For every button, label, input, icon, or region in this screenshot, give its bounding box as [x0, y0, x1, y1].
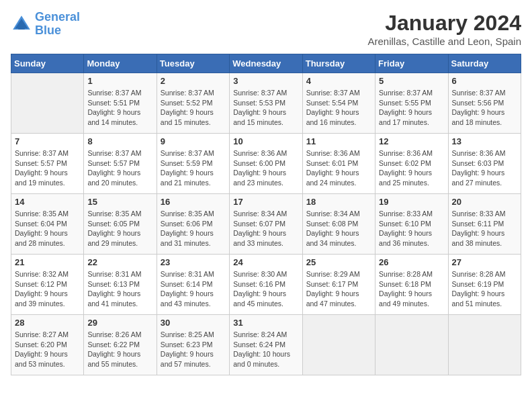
day-info: Sunrise: 8:26 AM Sunset: 6:22 PM Dayligh… — [87, 330, 152, 369]
day-info: Sunrise: 8:34 AM Sunset: 6:07 PM Dayligh… — [233, 209, 298, 248]
day-number: 20 — [452, 197, 517, 207]
day-number: 4 — [306, 76, 371, 86]
day-info: Sunrise: 8:34 AM Sunset: 6:08 PM Dayligh… — [306, 209, 371, 248]
day-info: Sunrise: 8:33 AM Sunset: 6:10 PM Dayligh… — [379, 209, 444, 248]
day-number: 1 — [87, 76, 152, 86]
header-day-sunday: Sunday — [11, 54, 84, 73]
logo-line2: Blue — [35, 24, 61, 37]
day-info: Sunrise: 8:37 AM Sunset: 5:57 PM Dayligh… — [87, 148, 152, 188]
day-info: Sunrise: 8:37 AM Sunset: 5:59 PM Dayligh… — [161, 148, 226, 188]
day-info: Sunrise: 8:24 AM Sunset: 6:24 PM Dayligh… — [233, 330, 298, 369]
day-number: 7 — [15, 136, 80, 146]
header-day-saturday: Saturday — [448, 54, 521, 73]
calendar-cell: 19Sunrise: 8:33 AM Sunset: 6:10 PM Dayli… — [375, 194, 448, 255]
calendar-cell: 27Sunrise: 8:28 AM Sunset: 6:19 PM Dayli… — [448, 255, 521, 315]
day-number: 15 — [87, 197, 152, 207]
calendar-cell: 16Sunrise: 8:35 AM Sunset: 6:06 PM Dayli… — [157, 194, 229, 255]
calendar-table: SundayMondayTuesdayWednesdayThursdayFrid… — [11, 54, 521, 375]
day-number: 18 — [306, 197, 371, 207]
day-number: 24 — [233, 257, 298, 267]
calendar-cell — [448, 315, 521, 375]
calendar-cell: 9Sunrise: 8:37 AM Sunset: 5:59 PM Daylig… — [157, 134, 229, 194]
day-number: 17 — [233, 197, 298, 207]
header: General Blue January 2024 Arenillas, Cas… — [11, 11, 521, 47]
calendar-cell: 18Sunrise: 8:34 AM Sunset: 6:08 PM Dayli… — [302, 194, 375, 255]
header-day-wednesday: Wednesday — [230, 54, 302, 73]
day-info: Sunrise: 8:28 AM Sunset: 6:18 PM Dayligh… — [379, 269, 444, 309]
title-block: January 2024 Arenillas, Castille and Leo… — [368, 11, 521, 47]
day-number: 30 — [161, 318, 226, 328]
day-number: 9 — [161, 136, 226, 146]
day-info: Sunrise: 8:28 AM Sunset: 6:19 PM Dayligh… — [452, 269, 517, 309]
header-day-tuesday: Tuesday — [157, 54, 229, 73]
calendar-body: 1Sunrise: 8:37 AM Sunset: 5:51 PM Daylig… — [11, 73, 521, 375]
day-info: Sunrise: 8:29 AM Sunset: 6:17 PM Dayligh… — [306, 269, 371, 309]
calendar-cell: 13Sunrise: 8:36 AM Sunset: 6:03 PM Dayli… — [448, 134, 521, 194]
logo: General Blue — [11, 11, 80, 38]
svg-rect-2 — [18, 26, 25, 30]
logo-icon — [11, 13, 32, 35]
calendar-cell: 20Sunrise: 8:33 AM Sunset: 6:11 PM Dayli… — [448, 194, 521, 255]
day-number: 14 — [15, 197, 80, 207]
logo-text: General Blue — [35, 11, 80, 38]
calendar-subtitle: Arenillas, Castille and Leon, Spain — [368, 36, 521, 47]
day-number: 12 — [379, 136, 444, 146]
day-number: 23 — [161, 257, 226, 267]
calendar-cell: 6Sunrise: 8:37 AM Sunset: 5:56 PM Daylig… — [448, 73, 521, 134]
day-number: 25 — [306, 257, 371, 267]
day-info: Sunrise: 8:37 AM Sunset: 5:56 PM Dayligh… — [452, 88, 517, 128]
calendar-header-row: SundayMondayTuesdayWednesdayThursdayFrid… — [11, 54, 521, 73]
day-number: 27 — [452, 257, 517, 267]
calendar-cell: 25Sunrise: 8:29 AM Sunset: 6:17 PM Dayli… — [302, 255, 375, 315]
day-number: 28 — [15, 318, 80, 328]
calendar-week-5: 28Sunrise: 8:27 AM Sunset: 6:20 PM Dayli… — [11, 315, 521, 375]
calendar-cell: 2Sunrise: 8:37 AM Sunset: 5:52 PM Daylig… — [157, 73, 229, 134]
day-info: Sunrise: 8:36 AM Sunset: 6:00 PM Dayligh… — [233, 148, 298, 188]
calendar-cell: 3Sunrise: 8:37 AM Sunset: 5:53 PM Daylig… — [230, 73, 302, 134]
calendar-cell: 21Sunrise: 8:32 AM Sunset: 6:12 PM Dayli… — [11, 255, 84, 315]
calendar-cell: 17Sunrise: 8:34 AM Sunset: 6:07 PM Dayli… — [230, 194, 302, 255]
day-number: 31 — [233, 318, 298, 328]
calendar-cell: 22Sunrise: 8:31 AM Sunset: 6:13 PM Dayli… — [84, 255, 157, 315]
day-number: 11 — [306, 136, 371, 146]
calendar-cell: 5Sunrise: 8:37 AM Sunset: 5:55 PM Daylig… — [375, 73, 448, 134]
day-number: 13 — [452, 136, 517, 146]
day-info: Sunrise: 8:36 AM Sunset: 6:02 PM Dayligh… — [379, 148, 444, 188]
day-number: 5 — [379, 76, 444, 86]
calendar-cell: 12Sunrise: 8:36 AM Sunset: 6:02 PM Dayli… — [375, 134, 448, 194]
calendar-cell — [11, 73, 84, 134]
day-info: Sunrise: 8:31 AM Sunset: 6:13 PM Dayligh… — [87, 269, 152, 309]
calendar-week-1: 1Sunrise: 8:37 AM Sunset: 5:51 PM Daylig… — [11, 73, 521, 134]
day-info: Sunrise: 8:30 AM Sunset: 6:16 PM Dayligh… — [233, 269, 298, 309]
day-number: 22 — [87, 257, 152, 267]
day-number: 3 — [233, 76, 298, 86]
calendar-cell: 29Sunrise: 8:26 AM Sunset: 6:22 PM Dayli… — [84, 315, 157, 375]
day-number: 19 — [379, 197, 444, 207]
day-info: Sunrise: 8:35 AM Sunset: 6:04 PM Dayligh… — [15, 209, 80, 248]
day-number: 10 — [233, 136, 298, 146]
calendar-cell: 8Sunrise: 8:37 AM Sunset: 5:57 PM Daylig… — [84, 134, 157, 194]
calendar-cell: 11Sunrise: 8:36 AM Sunset: 6:01 PM Dayli… — [302, 134, 375, 194]
day-number: 26 — [379, 257, 444, 267]
day-info: Sunrise: 8:33 AM Sunset: 6:11 PM Dayligh… — [452, 209, 517, 248]
day-number: 2 — [161, 76, 226, 86]
day-info: Sunrise: 8:37 AM Sunset: 5:52 PM Dayligh… — [161, 88, 226, 128]
day-number: 6 — [452, 76, 517, 86]
calendar-week-4: 21Sunrise: 8:32 AM Sunset: 6:12 PM Dayli… — [11, 255, 521, 315]
calendar-cell: 1Sunrise: 8:37 AM Sunset: 5:51 PM Daylig… — [84, 73, 157, 134]
calendar-cell: 4Sunrise: 8:37 AM Sunset: 5:54 PM Daylig… — [302, 73, 375, 134]
day-number: 29 — [87, 318, 152, 328]
day-number: 16 — [161, 197, 226, 207]
day-info: Sunrise: 8:37 AM Sunset: 5:55 PM Dayligh… — [379, 88, 444, 128]
day-info: Sunrise: 8:31 AM Sunset: 6:14 PM Dayligh… — [161, 269, 226, 309]
calendar-cell: 28Sunrise: 8:27 AM Sunset: 6:20 PM Dayli… — [11, 315, 84, 375]
day-info: Sunrise: 8:36 AM Sunset: 6:01 PM Dayligh… — [306, 148, 371, 188]
calendar-cell: 23Sunrise: 8:31 AM Sunset: 6:14 PM Dayli… — [157, 255, 229, 315]
calendar-cell: 30Sunrise: 8:25 AM Sunset: 6:23 PM Dayli… — [157, 315, 229, 375]
header-day-thursday: Thursday — [302, 54, 375, 73]
day-info: Sunrise: 8:37 AM Sunset: 5:51 PM Dayligh… — [87, 88, 152, 128]
header-day-monday: Monday — [84, 54, 157, 73]
calendar-cell: 26Sunrise: 8:28 AM Sunset: 6:18 PM Dayli… — [375, 255, 448, 315]
calendar-title: January 2024 — [368, 11, 521, 36]
day-info: Sunrise: 8:36 AM Sunset: 6:03 PM Dayligh… — [452, 148, 517, 188]
